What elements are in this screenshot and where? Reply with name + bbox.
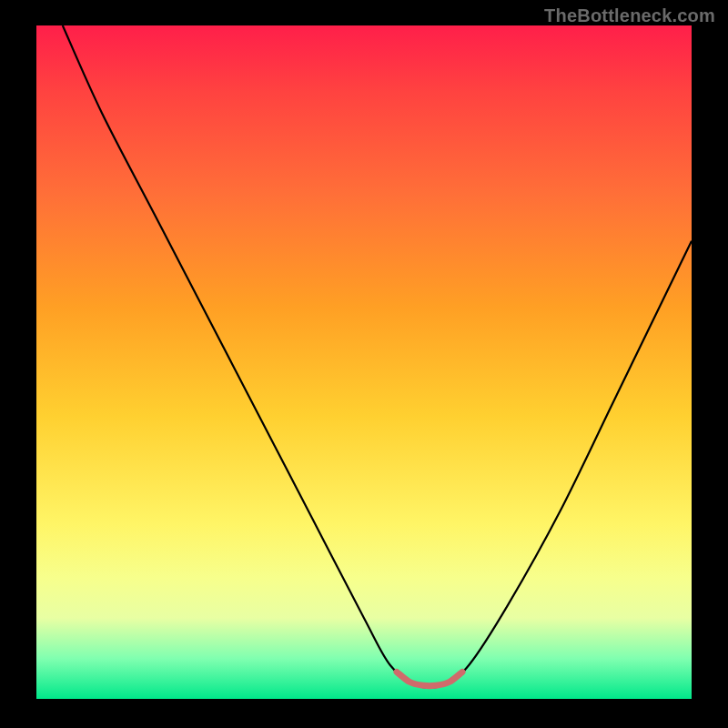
optimal-range-path — [397, 672, 462, 685]
chart-svg — [36, 25, 692, 699]
chart-plot-area — [36, 25, 692, 699]
watermark-text: TheBottleneck.com — [544, 5, 715, 26]
bottleneck-curve-path — [63, 25, 692, 688]
